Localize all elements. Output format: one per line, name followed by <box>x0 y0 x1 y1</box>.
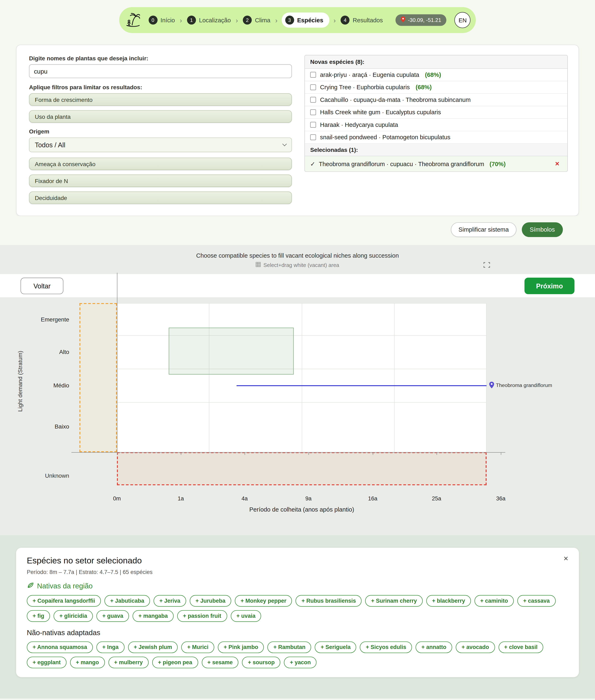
filter-accordion-0[interactable]: Forma de crescimento <box>29 93 292 106</box>
step-4[interactable]: 4Resultados <box>340 16 384 25</box>
add-species-chip[interactable]: + passion fruit <box>177 610 227 622</box>
add-species-chip[interactable]: + Rambutan <box>267 642 311 653</box>
add-species-chip[interactable]: + pigeon pea <box>152 656 198 668</box>
add-species-chip[interactable]: + Jurubeba <box>190 595 231 607</box>
species-row[interactable]: Cacahuillo · cupuaçu-da-mata · Theobroma… <box>305 94 567 106</box>
add-species-chip[interactable]: + mulberry <box>108 656 148 668</box>
species-timeline[interactable] <box>236 385 486 386</box>
x-tick-label: 9a <box>295 496 322 502</box>
search-label: Digite nomes de plantas que deseja inclu… <box>29 55 292 62</box>
add-species-chip[interactable]: + Inga <box>96 642 124 653</box>
language-button[interactable]: EN <box>455 12 471 28</box>
filters-label: Aplique filtros para limitar os resultad… <box>29 84 292 90</box>
add-species-chip[interactable]: + Jewish plum <box>128 642 178 653</box>
add-species-chip[interactable]: + gliricidia <box>54 610 93 622</box>
coordinates-value: -30.09, -51.21 <box>408 17 441 23</box>
filter-accordions-top: Forma de crescimentoUso da planta <box>29 93 292 123</box>
filter-card: Digite nomes de plantas que deseja inclu… <box>16 45 579 216</box>
add-species-chip[interactable]: + Pink jambo <box>218 642 264 653</box>
add-species-chip[interactable]: + fig <box>27 610 50 622</box>
symbols-button[interactable]: Símbolos <box>522 222 563 237</box>
species-checkbox[interactable] <box>310 109 316 115</box>
add-species-chip[interactable]: + uvaia <box>231 610 261 622</box>
species-row[interactable]: snail-seed pondweed · Potamogeton bicupu… <box>305 131 567 144</box>
selected-species-percent: (70%) <box>490 161 506 167</box>
add-species-chip[interactable]: + avocado <box>456 642 495 653</box>
chart-section: Choose compatible species to fill vacant… <box>0 245 595 535</box>
step-separator-icon: › <box>334 16 336 24</box>
filter-accordion-b-0[interactable]: Ameaça à conservação <box>29 158 292 170</box>
add-species-chip[interactable]: + Seriguela <box>315 642 357 653</box>
location-pin-icon <box>401 17 405 24</box>
step-separator-icon: › <box>236 16 238 24</box>
step-1[interactable]: 1Localização <box>186 16 232 25</box>
step-number: 0 <box>148 16 157 25</box>
remove-species-button[interactable]: × <box>552 159 562 168</box>
add-species-chip[interactable]: + mango <box>70 656 105 668</box>
native-species-header-text: Nativas da região <box>37 582 92 590</box>
filter-accordion-1[interactable]: Uso da planta <box>29 110 292 123</box>
step-0[interactable]: 0Início <box>147 16 176 25</box>
add-species-chip[interactable]: + guava <box>96 610 129 622</box>
species-checkbox[interactable] <box>310 84 316 90</box>
selection-rectangle[interactable] <box>169 328 294 374</box>
add-species-chip[interactable]: + Surinam cherry <box>365 595 423 607</box>
step-number: 4 <box>341 16 349 25</box>
unknown-region[interactable] <box>117 452 486 485</box>
add-species-chip[interactable]: + Jabuticaba <box>104 595 150 607</box>
y-category-label: Baixo <box>18 423 69 431</box>
origin-select[interactable]: Todos / All <box>29 137 292 152</box>
back-button[interactable]: Voltar <box>21 278 63 294</box>
species-checkbox[interactable] <box>310 134 316 140</box>
species-row[interactable]: Crying Tree · Euphorbia cupularis(68%) <box>305 81 567 93</box>
y-category-label: Alto <box>18 348 69 356</box>
x-tick-mark <box>308 453 309 455</box>
add-species-chip[interactable]: + Copaifera langsdorffii <box>27 595 101 607</box>
close-icon[interactable]: × <box>561 554 571 563</box>
species-checkbox[interactable] <box>310 97 316 103</box>
adapted-species-header: Não-nativas adaptadas <box>27 629 568 637</box>
add-species-chip[interactable]: + blackberry <box>426 595 471 607</box>
add-species-chip[interactable]: + cassava <box>517 595 556 607</box>
filter-accordion-b-2[interactable]: Deciduidade <box>29 192 292 204</box>
add-species-chip[interactable]: + yacon <box>284 656 317 668</box>
step-3[interactable]: 3Espécies <box>282 12 330 27</box>
selected-species-row[interactable]: ✓ Theobroma grandiflorum · cupuacu · The… <box>305 156 567 171</box>
add-species-chip[interactable]: + Monkey pepper <box>235 595 292 607</box>
top-header: 0Início›1Localização›2Clima›3Espécies›4R… <box>0 0 595 40</box>
add-species-chip[interactable]: + Rubus brasiliensis <box>295 595 362 607</box>
add-species-chip[interactable]: + annatto <box>416 642 452 653</box>
species-checkbox[interactable] <box>310 122 316 128</box>
species-row[interactable]: arak-priyu · araçá · Eugenia cupulata(68… <box>305 69 567 81</box>
add-species-chip[interactable]: + soursop <box>242 656 281 668</box>
gridline-vertical <box>302 303 302 452</box>
add-species-chip[interactable]: + caminito <box>474 595 514 607</box>
add-species-chip[interactable]: + Annona squamosa <box>27 642 93 653</box>
chart-instruction: Choose compatible species to fill vacant… <box>0 252 595 259</box>
species-checkbox[interactable] <box>310 72 316 78</box>
filter-accordion-b-1[interactable]: Fixador de N <box>29 175 292 187</box>
plant-search-input[interactable] <box>29 64 292 78</box>
selected-species-name: Theobroma grandiflorum · cupuacu · Theob… <box>319 161 484 167</box>
next-button[interactable]: Próximo <box>525 278 574 294</box>
x-tick-mark <box>436 453 437 455</box>
selection-tool-icon[interactable] <box>483 262 490 269</box>
add-species-chip[interactable]: + Murici <box>181 642 214 653</box>
add-species-chip[interactable]: + Sicyos edulis <box>360 642 412 653</box>
step-2[interactable]: 2Clima <box>242 16 271 25</box>
add-species-chip[interactable]: + clove basil <box>498 642 543 653</box>
add-species-chip[interactable]: + Jeriva <box>153 595 186 607</box>
add-species-chip[interactable]: + mangaba <box>133 610 173 622</box>
species-row[interactable]: Haraak · Hedycarya cupulata <box>305 119 567 131</box>
new-species-header: Novas espécies (8): <box>305 55 567 69</box>
simplify-system-button[interactable]: Simplificar sistema <box>451 222 516 237</box>
y-category-label: Médio <box>18 382 69 390</box>
chart-hint-row: Select+drag white (vacant) area <box>0 262 595 269</box>
add-species-chip[interactable]: + eggplant <box>27 656 66 668</box>
x-tick-label: 1a <box>167 496 194 502</box>
vacant-region-left[interactable] <box>80 303 117 452</box>
species-row[interactable]: Halls Creek white gum · Eucalyptus cupul… <box>305 106 567 119</box>
species-list: arak-priyu · araçá · Eugenia cupulata(68… <box>305 69 567 144</box>
add-species-chip[interactable]: + sesame <box>202 656 238 668</box>
coordinates-badge[interactable]: -30.09, -51.21 <box>395 14 447 26</box>
